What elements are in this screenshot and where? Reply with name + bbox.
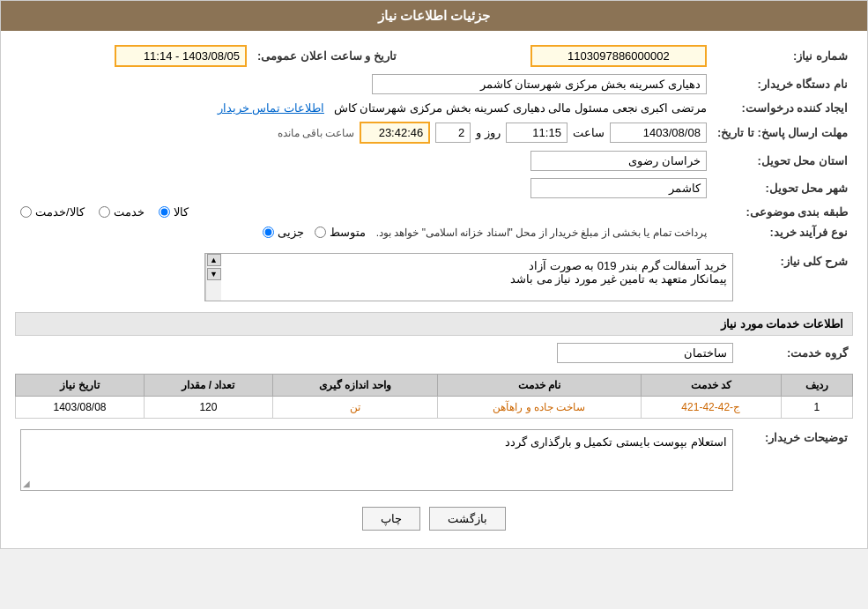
buyer-notes-value: استعلام بپوست بایستی تکمیل و بارگذاری گر… xyxy=(505,435,727,449)
service-group-label: گروه خدمت: xyxy=(738,339,853,367)
category-radio-group: کالا/خدمت خدمت کالا xyxy=(20,205,707,219)
scroll-down-btn[interactable]: ▼ xyxy=(207,268,221,280)
service-group-table: گروه خدمت: ساختمان xyxy=(15,339,853,367)
description-text: خرید آسفالت گرم بندر 019 به صورت آزاد پی… xyxy=(510,259,727,286)
category-option-goods-label: کالا xyxy=(174,205,189,219)
creator-label: ایجاد کننده درخواست: xyxy=(712,98,853,118)
process-row: پرداخت تمام یا بخشی از مبلغ خریدار از مح… xyxy=(20,226,707,239)
process-cell: پرداخت تمام یا بخشی از مبلغ خریدار از مح… xyxy=(15,222,712,242)
announcement-date-cell: 1403/08/05 - 11:14 xyxy=(15,41,252,71)
city-value: کاشمر xyxy=(530,178,707,198)
buyer-notes-box: استعلام بپوست بایستی تکمیل و بارگذاری گر… xyxy=(20,429,733,491)
category-option-goods-service: کالا/خدمت xyxy=(20,205,85,219)
deadline-cell: 1403/08/08 ساعت 11:15 روز و 2 23:42:46 س… xyxy=(15,118,712,147)
city-cell: کاشمر xyxy=(15,175,712,202)
scroll-arrows: ▲ ▼ xyxy=(205,254,221,301)
process-option-minor: جزیی xyxy=(263,226,304,239)
service-group-cell: ساختمان xyxy=(15,339,738,367)
deadline-day-label: روز و xyxy=(476,126,501,139)
category-option-goods: کالا xyxy=(159,205,189,219)
buyer-org-label: نام دستگاه خریدار: xyxy=(712,71,853,98)
services-section-title: اطلاعات خدمات مورد نیاز xyxy=(15,312,853,336)
description-box: ▲ ▼ خرید آسفالت گرم بندر 019 به صورت آزا… xyxy=(204,253,733,301)
need-number-label: شماره نیاز: xyxy=(712,41,853,71)
service-group-value: ساختمان xyxy=(557,343,733,363)
creator-cell: مرتضی اکبری نجعی مسئول مالی دهیاری کسرین… xyxy=(15,98,712,118)
services-table: ردیف کد خدمت نام خدمت واحد اندازه گیری ت… xyxy=(15,374,853,419)
resize-icon: ◢ xyxy=(23,479,30,488)
content-area: شماره نیاز: 1103097886000002 تاریخ و ساع… xyxy=(1,31,867,548)
category-cell: کالا/خدمت خدمت کالا xyxy=(15,202,712,222)
description-label: شرح کلی نیاز: xyxy=(738,249,853,305)
need-number-cell: 1103097886000002 xyxy=(402,41,712,71)
deadline-time-value: 11:15 xyxy=(506,123,568,143)
buttons-row: بازگشت چاپ xyxy=(15,507,853,531)
buyer-notes-cell: استعلام بپوست بایستی تکمیل و بارگذاری گر… xyxy=(15,426,738,494)
announcement-date-value: 1403/08/05 - 11:14 xyxy=(115,45,247,67)
deadline-label: مهلت ارسال پاسخ: تا تاریخ: xyxy=(712,118,853,147)
basic-info-table: شماره نیاز: 1103097886000002 تاریخ و ساع… xyxy=(15,41,853,242)
province-value: خراسان رضوی xyxy=(530,151,707,171)
buyer-notes-label: توضیحات خریدار: xyxy=(765,431,848,444)
category-option-goods-service-label: کالا/خدمت xyxy=(35,205,85,219)
category-label: طبقه بندی موضوعی: xyxy=(712,202,853,222)
page-wrapper: جزئیات اطلاعات نیاز شماره نیاز: 11030978… xyxy=(0,0,868,549)
category-radio-goods-service[interactable] xyxy=(20,206,32,218)
description-label-text: شرح کلی نیاز: xyxy=(780,255,848,268)
col-header-quantity: تعداد / مقدار xyxy=(145,375,273,397)
process-radio-minor[interactable] xyxy=(263,227,274,238)
buyer-org-value: دهیاری کسرینه بخش مرکزی شهرستان کاشمر xyxy=(372,74,707,94)
creator-value: مرتضی اکبری نجعی مسئول مالی دهیاری کسرین… xyxy=(334,101,707,115)
description-table: شرح کلی نیاز: ▲ ▼ خرید آسفالت گرم بندر 0… xyxy=(15,249,853,305)
page-title: جزئیات اطلاعات نیاز xyxy=(378,8,490,23)
description-cell: ▲ ▼ خرید آسفالت گرم بندر 019 به صورت آزا… xyxy=(15,249,738,305)
page-header: جزئیات اطلاعات نیاز xyxy=(1,1,867,31)
deadline-remaining-label: ساعت باقی مانده xyxy=(278,127,355,139)
creator-contact-link[interactable]: اطلاعات تماس خریدار xyxy=(218,101,324,115)
category-radio-service[interactable] xyxy=(99,206,110,218)
category-radio-goods[interactable] xyxy=(159,206,170,218)
province-label: استان محل تحویل: xyxy=(712,147,853,175)
buyer-notes-label-cell: توضیحات خریدار: xyxy=(738,426,853,494)
scroll-up-btn[interactable]: ▲ xyxy=(207,254,221,266)
print-button[interactable]: چاپ xyxy=(362,507,420,531)
category-option-service: خدمت xyxy=(99,205,145,219)
table-row: 1ج-42-42-421ساخت جاده و راهآهنتن1201403/… xyxy=(16,397,853,419)
buyer-notes-table: توضیحات خریدار: استعلام بپوست بایستی تکم… xyxy=(15,426,853,494)
province-cell: خراسان رضوی xyxy=(15,147,712,175)
process-radio-medium[interactable] xyxy=(315,227,326,238)
process-option-minor-label: جزیی xyxy=(278,226,304,239)
deadline-days-value: 2 xyxy=(435,123,471,143)
deadline-date-value: 1403/08/08 xyxy=(610,123,707,143)
buyer-org-cell: دهیاری کسرینه بخش مرکزی شهرستان کاشمر xyxy=(15,71,712,98)
city-label: شهر محل تحویل: xyxy=(712,175,853,202)
deadline-time-label: ساعت xyxy=(573,126,605,139)
process-option-medium-label: متوسط xyxy=(330,226,366,239)
process-note: پرداخت تمام یا بخشی از مبلغ خریدار از مح… xyxy=(376,227,707,239)
category-option-service-label: خدمت xyxy=(114,205,145,219)
col-header-row-num: ردیف xyxy=(781,375,852,397)
col-header-service-name: نام خدمت xyxy=(437,375,641,397)
col-header-service-code: کد خدمت xyxy=(641,375,781,397)
deadline-remaining-value: 23:42:46 xyxy=(360,122,430,144)
back-button[interactable]: بازگشت xyxy=(429,507,506,531)
need-number-value: 1103097886000002 xyxy=(530,45,707,67)
col-header-date: تاریخ نیاز xyxy=(16,375,145,397)
announcement-date-label: تاریخ و ساعت اعلان عمومی: xyxy=(252,41,402,71)
process-label: نوع فرآیند خرید: xyxy=(712,222,853,242)
process-option-medium: متوسط xyxy=(315,226,366,239)
col-header-unit: واحد اندازه گیری xyxy=(272,375,437,397)
